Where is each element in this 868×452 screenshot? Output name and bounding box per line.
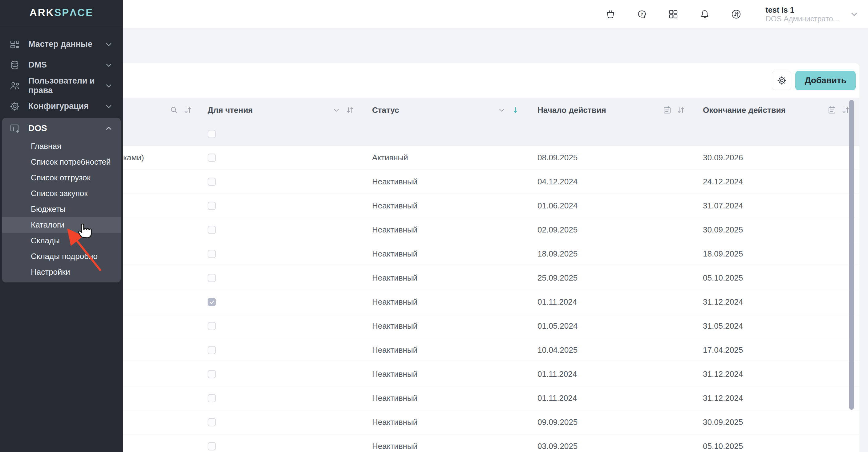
read-checkbox[interactable] bbox=[208, 298, 216, 306]
sort-icon[interactable] bbox=[676, 106, 685, 115]
table-row[interactable]: Неактивный18.09.202518.09.2025 bbox=[74, 242, 859, 266]
table-row[interactable]: Неактивный01.11.202431.12.2024 bbox=[74, 290, 859, 314]
header-status-column: Статус bbox=[362, 98, 527, 122]
filter-chevron-icon[interactable] bbox=[332, 106, 341, 115]
start-date-cell: 03.09.2025 bbox=[527, 434, 692, 452]
basket-icon[interactable] bbox=[605, 9, 616, 20]
sidebar-subitem-sklady-podrobno[interactable]: Склады подробно bbox=[2, 249, 121, 264]
bell-icon[interactable] bbox=[699, 9, 710, 20]
table-row[interactable]: Неактивный25.09.202505.10.2025 bbox=[74, 266, 859, 290]
read-cell bbox=[197, 218, 362, 242]
chevron-down-icon[interactable] bbox=[849, 9, 859, 19]
user-menu[interactable]: test is 1 DOS Администрато... bbox=[766, 5, 839, 23]
start-date-cell: 01.11.2024 bbox=[527, 362, 692, 386]
start-date-cell: 01.11.2024 bbox=[527, 290, 692, 314]
user-role: DOS Администрато... bbox=[766, 15, 839, 23]
end-date-cell: 24.12.2024 bbox=[692, 170, 859, 194]
read-cell bbox=[197, 170, 362, 194]
sidebar-item-master-data[interactable]: Мастер данные bbox=[0, 34, 123, 55]
read-checkbox[interactable] bbox=[208, 202, 216, 210]
table-row[interactable]: Неактивный01.11.202431.12.2024 bbox=[74, 386, 859, 411]
status-cell: Неактивный bbox=[362, 314, 527, 338]
status-cell: Неактивный bbox=[362, 242, 527, 266]
add-button[interactable]: Добавить bbox=[795, 71, 856, 90]
read-checkbox[interactable] bbox=[208, 250, 216, 258]
sidebar-item-dms[interactable]: DMS bbox=[0, 55, 123, 75]
sidebar: ARKSPΛCE Мастер данные DMS bbox=[0, 0, 123, 452]
read-checkbox[interactable] bbox=[208, 418, 216, 426]
sort-icon[interactable] bbox=[841, 106, 850, 115]
calendar-icon[interactable] bbox=[662, 106, 672, 115]
end-date-cell: 17.04.2025 bbox=[692, 338, 859, 362]
filter-chevron-icon[interactable] bbox=[497, 106, 506, 115]
sidebar-item-dos[interactable]: DOS bbox=[2, 118, 121, 138]
check-icon bbox=[209, 299, 215, 305]
sort-desc-active-icon[interactable] bbox=[511, 106, 520, 115]
sidebar-dos-panel: DOS Главная Список потребностей Список о… bbox=[2, 118, 121, 282]
table-row[interactable]: Неактивный09.09.202530.09.2025 bbox=[74, 411, 859, 434]
sidebar-subitem-sklady[interactable]: Склады bbox=[2, 233, 121, 249]
filter-read-checkbox[interactable] bbox=[208, 130, 216, 138]
start-date-cell: 04.12.2024 bbox=[527, 170, 692, 194]
table-row[interactable]: Неактивный03.09.202505.10.2025 bbox=[74, 434, 859, 452]
filter-row bbox=[74, 122, 859, 145]
sidebar-subitem-spisok-otgruzok[interactable]: Список отгрузок bbox=[2, 170, 121, 186]
header-start-date-column: Начало действия bbox=[527, 98, 692, 122]
start-date-cell: 25.09.2025 bbox=[527, 266, 692, 290]
sort-icon[interactable] bbox=[183, 106, 192, 115]
read-checkbox[interactable] bbox=[208, 346, 216, 354]
read-cell bbox=[197, 411, 362, 434]
sidebar-subitem-spisok-potrebnostey[interactable]: Список потребностей bbox=[2, 154, 121, 170]
read-checkbox[interactable] bbox=[208, 442, 216, 450]
table-row[interactable]: Неактивный01.11.202431.12.2024 bbox=[74, 362, 859, 386]
help-icon[interactable]: ? bbox=[637, 9, 647, 20]
table-row[interactable]: Неактивный04.12.202424.12.2024 bbox=[74, 170, 859, 194]
end-date-cell: 30.09.2025 bbox=[692, 218, 859, 242]
calendar-icon[interactable] bbox=[827, 106, 837, 115]
sidebar-subitem-spisok-zakupok[interactable]: Список закупок bbox=[2, 186, 121, 201]
sidebar-item-label: Пользователи и права bbox=[28, 76, 104, 95]
sync-icon[interactable] bbox=[731, 9, 742, 20]
sort-icon[interactable] bbox=[345, 106, 354, 115]
start-date-cell: 01.05.2024 bbox=[527, 314, 692, 338]
table-header: Для чтения Статус bbox=[74, 98, 859, 146]
table-row[interactable]: Неактивный10.04.202517.04.2025 bbox=[74, 338, 859, 362]
users-icon bbox=[9, 80, 20, 91]
table-settings-button[interactable] bbox=[772, 71, 791, 90]
user-name: test is 1 bbox=[766, 5, 839, 15]
sidebar-subitem-katalogi[interactable]: Каталоги bbox=[2, 217, 121, 233]
table-row[interactable]: Неактивный02.09.202530.09.2025 bbox=[74, 218, 859, 242]
table-row[interactable]: Неактивный01.06.202431.07.2024 bbox=[74, 194, 859, 218]
column-label: Статус bbox=[372, 106, 399, 115]
sidebar-item-configuration[interactable]: Конфигурация bbox=[0, 96, 123, 117]
read-cell bbox=[197, 314, 362, 338]
read-checkbox[interactable] bbox=[208, 177, 216, 186]
search-icon[interactable] bbox=[169, 106, 179, 115]
status-cell: Неактивный bbox=[362, 290, 527, 314]
header-end-date-column: Окончание действия bbox=[692, 98, 859, 122]
read-checkbox[interactable] bbox=[208, 153, 216, 162]
gear-icon bbox=[9, 101, 20, 112]
read-checkbox[interactable] bbox=[208, 394, 216, 402]
read-checkbox[interactable] bbox=[208, 226, 216, 234]
read-checkbox[interactable] bbox=[208, 274, 216, 282]
sidebar-item-users-rights[interactable]: Пользователи и права bbox=[0, 75, 123, 96]
vertical-scrollbar-thumb[interactable] bbox=[849, 100, 854, 410]
sidebar-subitem-glavnaya[interactable]: Главная bbox=[2, 138, 121, 154]
sidebar-subitem-nastroyki[interactable]: Настройки bbox=[2, 264, 121, 280]
table-row[interactable]: Неактивный01.05.202431.05.2024 bbox=[74, 314, 859, 338]
topbar: ? test is 1 DOS Администрато... bbox=[0, 0, 868, 29]
read-checkbox[interactable] bbox=[208, 370, 216, 378]
read-checkbox[interactable] bbox=[208, 322, 216, 330]
header-read-column: Для чтения bbox=[197, 98, 362, 122]
sidebar-subitem-byudzhety[interactable]: Бюджеты bbox=[2, 201, 121, 217]
apps-grid-icon[interactable] bbox=[668, 9, 679, 20]
end-date-cell: 31.07.2024 bbox=[692, 194, 859, 218]
status-cell: Неактивный bbox=[362, 170, 527, 194]
chevron-up-icon bbox=[104, 124, 113, 133]
chevron-down-icon bbox=[104, 102, 113, 111]
status-cell: Неактивный bbox=[362, 266, 527, 290]
table-row[interactable]: ками)Активный08.09.202530.09.2026 bbox=[74, 146, 859, 170]
table-body: ками)Активный08.09.202530.09.2026Неактив… bbox=[74, 146, 859, 452]
table-plus-icon bbox=[9, 123, 20, 134]
